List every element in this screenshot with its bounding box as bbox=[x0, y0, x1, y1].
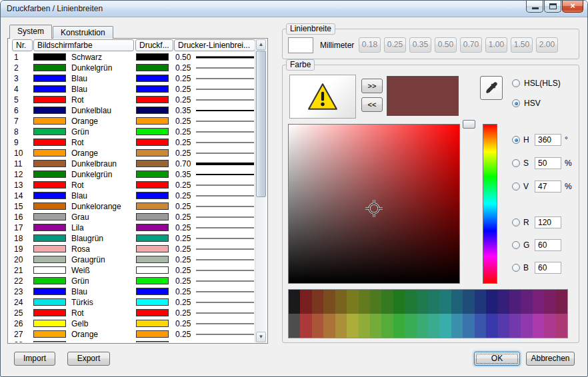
palette-swatch[interactable] bbox=[323, 290, 335, 314]
table-row[interactable]: 3Blau0.25 bbox=[9, 73, 254, 84]
cancel-button[interactable]: Abbrechen bbox=[526, 352, 575, 366]
r-input[interactable] bbox=[535, 216, 561, 228]
linewidth-preset-0.25[interactable]: 0.25 bbox=[384, 37, 406, 53]
palette-swatch[interactable] bbox=[370, 290, 381, 314]
table-row[interactable]: 9Rot0.25 bbox=[9, 137, 254, 148]
table-row[interactable]: 25Rot0.25 bbox=[9, 308, 254, 318]
palette-swatch[interactable] bbox=[312, 290, 323, 314]
palette-swatch[interactable] bbox=[428, 290, 439, 314]
radio-g[interactable] bbox=[512, 241, 520, 249]
table-row[interactable]: 17Lila0.25 bbox=[9, 222, 254, 233]
palette-swatch[interactable] bbox=[335, 290, 347, 314]
table-row[interactable]: 6Dunkelblau0.35 bbox=[9, 105, 254, 116]
palette-swatch[interactable] bbox=[312, 314, 323, 338]
palette-swatch[interactable] bbox=[370, 314, 381, 338]
palette-swatch[interactable] bbox=[451, 290, 463, 314]
radio-r[interactable] bbox=[512, 218, 520, 226]
linewidth-preset-2.00[interactable]: 2.00 bbox=[536, 37, 558, 53]
palette-swatch[interactable] bbox=[300, 314, 311, 338]
palette-swatch[interactable] bbox=[439, 314, 451, 338]
g-input[interactable] bbox=[535, 239, 561, 251]
scroll-down-button[interactable]: ▼ bbox=[256, 332, 266, 342]
palette-swatch[interactable] bbox=[556, 290, 567, 314]
palette-swatch[interactable] bbox=[323, 314, 335, 338]
palette-swatch[interactable] bbox=[533, 314, 544, 338]
palette-swatch[interactable] bbox=[439, 290, 451, 314]
palette-swatch[interactable] bbox=[544, 314, 555, 338]
palette-swatch[interactable] bbox=[381, 314, 393, 338]
v-input[interactable] bbox=[535, 181, 561, 192]
palette-swatch[interactable] bbox=[463, 314, 474, 338]
table-row[interactable]: 7Orange0.25 bbox=[9, 116, 254, 127]
table-row[interactable]: 1Schwarz0.50 bbox=[9, 52, 254, 63]
palette-swatch[interactable] bbox=[451, 314, 463, 338]
palette-swatch[interactable] bbox=[405, 290, 416, 314]
table-row[interactable]: 8Grün0.25 bbox=[9, 127, 254, 137]
palette-swatch[interactable] bbox=[347, 314, 358, 338]
radio-h[interactable] bbox=[512, 136, 520, 144]
h-input[interactable] bbox=[535, 134, 561, 146]
linewidth-preset-1.50[interactable]: 1.50 bbox=[511, 37, 533, 53]
palette-swatch[interactable] bbox=[393, 314, 405, 338]
table-row[interactable]: 14Blau0.25 bbox=[9, 190, 254, 201]
table-row[interactable]: 21Weiß0.25 bbox=[9, 265, 254, 276]
close-button[interactable]: × bbox=[562, 1, 583, 13]
radio-s[interactable] bbox=[512, 159, 520, 167]
palette-swatch[interactable] bbox=[556, 314, 567, 338]
palette-swatch[interactable] bbox=[359, 314, 370, 338]
palette-swatch[interactable] bbox=[463, 290, 474, 314]
table-row[interactable]: 16Grau0.25 bbox=[9, 212, 254, 222]
minimize-button[interactable] bbox=[526, 1, 543, 13]
import-button[interactable]: Import bbox=[14, 352, 55, 366]
table-row[interactable]: 13Rot0.25 bbox=[9, 180, 254, 190]
header-screen-color[interactable]: Bildschirmfarbe bbox=[33, 39, 134, 51]
palette-swatch[interactable] bbox=[289, 290, 300, 314]
table-row[interactable]: 22Grün0.25 bbox=[9, 276, 254, 286]
titlebar[interactable]: Druckfarben / Linienbreiten × bbox=[1, 1, 587, 17]
table-row[interactable]: 15Dunkelorange0.25 bbox=[9, 201, 254, 212]
palette-swatch[interactable] bbox=[393, 290, 405, 314]
table-row[interactable]: 11Dunkelbraun0.70 bbox=[9, 159, 254, 169]
table-row[interactable]: 23Blau0.25 bbox=[9, 286, 254, 297]
palette-swatch[interactable] bbox=[359, 290, 370, 314]
vertical-scrollbar[interactable]: ▲ ▼ bbox=[255, 39, 267, 342]
table-row[interactable]: 18Blaugrün0.25 bbox=[9, 233, 254, 244]
radio-b[interactable] bbox=[512, 264, 520, 272]
palette-swatch[interactable] bbox=[347, 290, 358, 314]
palette-swatch[interactable] bbox=[486, 290, 497, 314]
linewidth-preset-0.50[interactable]: 0.50 bbox=[435, 37, 457, 53]
table-row[interactable]: 4Blau0.25 bbox=[9, 84, 254, 95]
table-row[interactable]: 27Orange0.25 bbox=[9, 329, 254, 340]
table-row[interactable]: 26Gelb0.25 bbox=[9, 318, 254, 329]
table-row[interactable]: 19Rosa0.25 bbox=[9, 244, 254, 254]
palette-swatch[interactable] bbox=[381, 290, 393, 314]
palette-swatch[interactable] bbox=[417, 290, 428, 314]
tab-system[interactable]: System bbox=[9, 25, 52, 39]
linewidth-preset-0.18[interactable]: 0.18 bbox=[359, 37, 381, 53]
b-input[interactable] bbox=[535, 262, 561, 274]
header-nr[interactable]: Nr. bbox=[12, 39, 33, 51]
table-row[interactable]: 12Dunkelgrün0.35 bbox=[9, 169, 254, 180]
palette-swatch[interactable] bbox=[289, 314, 300, 338]
palette-swatch[interactable] bbox=[544, 290, 555, 314]
table-row[interactable]: 24Türkis0.25 bbox=[9, 297, 254, 308]
table-row[interactable]: 5Rot0.25 bbox=[9, 95, 254, 105]
palette-swatch[interactable] bbox=[521, 290, 532, 314]
palette-swatch[interactable] bbox=[475, 314, 486, 338]
palette-swatch[interactable] bbox=[521, 314, 532, 338]
palette-swatch[interactable] bbox=[498, 314, 509, 338]
table-row[interactable]: 2Dunkelgrün0.25 bbox=[9, 63, 254, 73]
table-row[interactable]: 20Graugrün0.25 bbox=[9, 254, 254, 265]
palette-swatch[interactable] bbox=[498, 290, 509, 314]
palette-swatch[interactable] bbox=[509, 290, 521, 314]
palette-swatch[interactable] bbox=[405, 314, 416, 338]
table-row[interactable]: 28 bbox=[9, 340, 254, 342]
ok-button[interactable]: OK bbox=[474, 352, 520, 366]
palette-swatch[interactable] bbox=[417, 314, 428, 338]
scroll-up-button[interactable]: ▲ bbox=[256, 39, 266, 50]
palette-swatch[interactable] bbox=[300, 290, 311, 314]
radio-v[interactable] bbox=[512, 183, 520, 190]
maximize-button[interactable] bbox=[544, 1, 561, 13]
linewidth-preset-1.00[interactable]: 1.00 bbox=[485, 37, 507, 53]
palette-swatch[interactable] bbox=[533, 290, 544, 314]
